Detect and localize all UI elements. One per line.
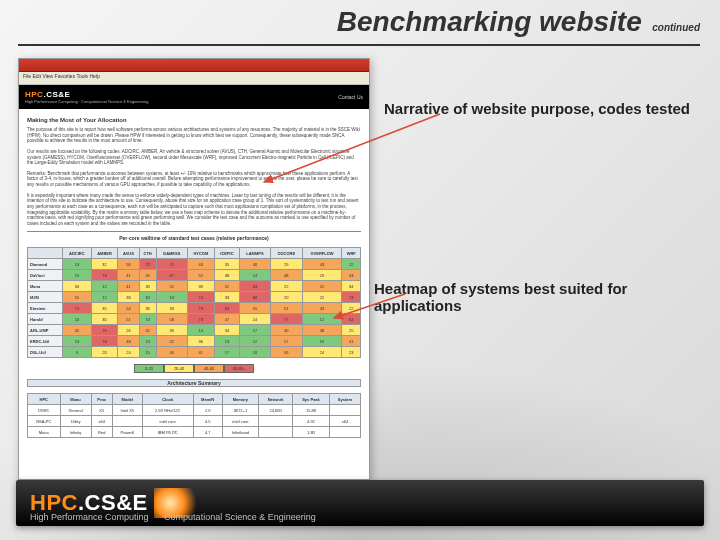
site-logo: HPC.CS&E <box>25 90 148 99</box>
site-tagline: High Performance Computing · Computation… <box>25 99 148 104</box>
site-header: HPC.CS&E High Performance Computing · Co… <box>19 85 369 109</box>
narrative-p4: It is especially important where many ma… <box>27 193 361 227</box>
narrative-p3: Remarks: Benchmark that performance outc… <box>27 171 361 188</box>
slide: Benchmarking website continued File Edit… <box>0 0 720 540</box>
browser-menubar: File Edit View Favorites Tools Help <box>19 72 369 85</box>
legend-bin-4: 60-80+ <box>224 364 254 373</box>
spec-table: HPCManuProcModelClockMem/NMemoryNetworkS… <box>27 393 361 438</box>
title-wrap: Benchmarking website continued <box>20 6 700 38</box>
site-body: Making the Most of Your Allocation The p… <box>19 109 369 444</box>
footer-bar: HPC.CS&E High Performance Computing · Co… <box>16 480 704 526</box>
heatmap-table: ADCIRCAMBERAVUSCTHGAMESSHYCOMICEPICLAMMP… <box>27 247 361 358</box>
legend-bin-2: 20-40 <box>164 364 194 373</box>
legend-bin-1: 0-20 <box>134 364 164 373</box>
browser-titlebar <box>19 59 369 72</box>
heatmap-caption: Per-core walltime of standard test cases… <box>27 231 361 241</box>
heatmap-legend: 0-20 20-40 40-60 60-80+ <box>134 364 254 373</box>
contact-link: Contact Us <box>338 94 363 100</box>
article-heading: Making the Most of Your Allocation <box>27 117 361 123</box>
footer-tagline: High Performance Computing · Computation… <box>30 512 316 522</box>
callout-heatmap: Heatmap of systems best suited for appli… <box>374 280 710 314</box>
callout-narrative: Narrative of website purpose, codes test… <box>384 100 700 117</box>
narrative-p2: Our results are focused on the following… <box>27 149 361 166</box>
website-screenshot: File Edit View Favorites Tools Help HPC.… <box>18 58 370 480</box>
legend-bin-3: 40-60 <box>194 364 224 373</box>
page-title: Benchmarking website <box>337 6 642 37</box>
continued-label: continued <box>652 22 700 33</box>
narrative-p1: The purpose of this site is to report ho… <box>27 127 361 144</box>
spec-caption: Architecture Summary <box>27 379 361 387</box>
title-underline <box>18 44 700 46</box>
